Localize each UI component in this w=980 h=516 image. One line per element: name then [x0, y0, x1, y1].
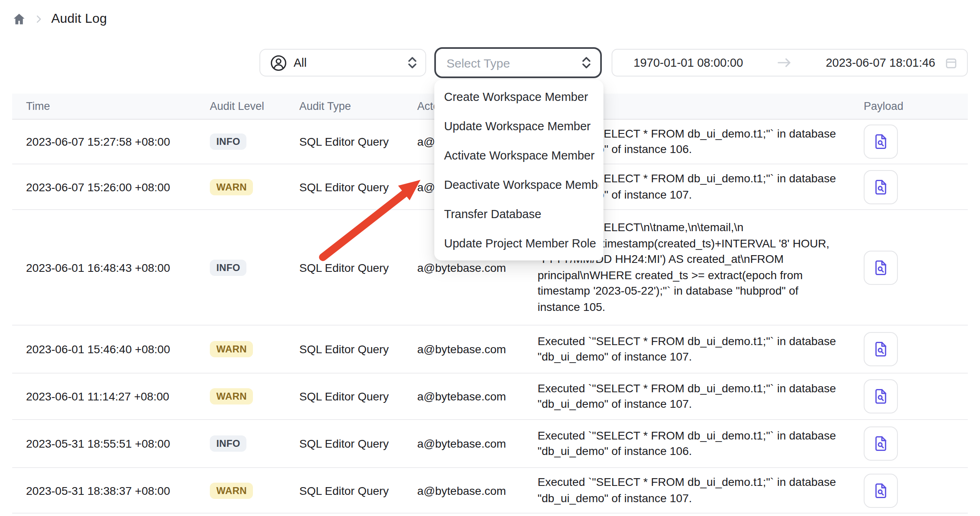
type-select-dropdown: Create Workspace Member Update Workspace… — [434, 80, 603, 260]
dropdown-option[interactable]: Create Workspace Member — [434, 82, 599, 112]
time-cell: 2023-05-31 18:38:37 +08:00 — [12, 484, 210, 497]
view-payload-button[interactable] — [864, 170, 898, 204]
date-range-picker[interactable]: 1970-01-01 08:00:00 2023-06-07 18:01:46 — [612, 49, 968, 77]
col-header-audit-level: Audit Level — [210, 100, 299, 112]
dropdown-option[interactable]: Transfer Database — [434, 199, 599, 229]
audit-level-badge: INFO — [210, 259, 247, 275]
table-row: 2023-05-31 18:38:37 +08:00 WARN SQL Edit… — [12, 468, 968, 514]
arrow-right-icon — [777, 58, 791, 68]
view-payload-button[interactable] — [864, 332, 898, 366]
actor-filter-select[interactable]: All — [259, 49, 426, 77]
time-cell: 2023-06-01 16:48:43 +08:00 — [12, 261, 210, 274]
comment-cell: Executed `"SELECT * FROM db_ui_demo.t1;"… — [538, 474, 848, 506]
actor-cell: a@bytebase.com — [417, 437, 538, 450]
audit-level-badge: INFO — [210, 435, 247, 452]
dropdown-option[interactable]: Update Project Member Role — [434, 229, 599, 258]
audit-level-badge: WARN — [210, 179, 253, 195]
audit-level-badge: WARN — [210, 341, 253, 357]
view-payload-button[interactable] — [864, 473, 898, 507]
time-cell: 2023-06-01 15:46:40 +08:00 — [12, 343, 210, 356]
audit-type-cell: SQL Editor Query — [299, 437, 417, 450]
audit-type-cell: SQL Editor Query — [299, 135, 417, 148]
type-filter-select[interactable]: Select Type — [434, 47, 602, 78]
comment-cell: Executed `"SELECT * FROM db_ui_demo.t1;"… — [538, 333, 848, 365]
view-payload-button[interactable] — [864, 125, 898, 159]
col-header-time: Time — [12, 100, 210, 112]
date-range-start: 1970-01-01 08:00:00 — [634, 56, 743, 69]
actor-cell: a@bytebase.com — [417, 343, 538, 356]
date-range-end: 2023-06-07 18:01:46 — [826, 56, 935, 69]
audit-log-page: Audit Log All Select Type 1970-01-01 08:… — [0, 0, 980, 516]
time-cell: 2023-06-07 15:26:00 +08:00 — [12, 180, 210, 193]
chevron-up-down-icon — [407, 56, 417, 69]
table-row: 2023-06-01 11:14:27 +08:00 WARN SQL Edit… — [12, 374, 968, 420]
audit-type-cell: SQL Editor Query — [299, 261, 417, 274]
audit-level-badge: WARN — [210, 482, 253, 499]
person-circle-icon — [270, 54, 287, 71]
chevron-up-down-icon — [581, 56, 591, 69]
page-title: Audit Log — [51, 11, 107, 26]
time-cell: 2023-06-07 15:27:58 +08:00 — [12, 135, 210, 148]
dropdown-option[interactable]: Deactivate Workspace Member — [434, 170, 599, 199]
dropdown-option[interactable]: Activate Workspace Member — [434, 141, 599, 170]
view-payload-button[interactable] — [864, 426, 898, 461]
audit-type-cell: SQL Editor Query — [299, 390, 417, 403]
audit-level-badge: WARN — [210, 388, 253, 404]
view-payload-button[interactable] — [864, 250, 898, 284]
col-header-audit-type: Audit Type — [299, 100, 417, 112]
time-cell: 2023-06-01 11:14:27 +08:00 — [12, 390, 210, 403]
breadcrumb: Audit Log — [12, 10, 107, 28]
actor-cell: a@bytebase.com — [417, 484, 538, 497]
time-cell: 2023-05-31 18:55:51 +08:00 — [12, 437, 210, 450]
actor-filter-value: All — [294, 56, 401, 69]
comment-cell: Executed `"SELECT * FROM db_ui_demo.t1;"… — [538, 428, 848, 459]
home-icon[interactable] — [12, 12, 26, 26]
chevron-right-icon — [33, 13, 44, 24]
actor-cell: a@bytebase.com — [417, 261, 538, 274]
dropdown-option[interactable]: Update Workspace Member — [434, 112, 599, 141]
table-row: 2023-06-01 15:46:40 +08:00 WARN SQL Edit… — [12, 326, 968, 374]
comment-cell: Executed `"SELECT * FROM db_ui_demo.t1;"… — [538, 380, 848, 412]
audit-type-cell: SQL Editor Query — [299, 180, 417, 193]
view-payload-button[interactable] — [864, 379, 898, 413]
audit-type-cell: SQL Editor Query — [299, 484, 417, 497]
table-row: 2023-05-31 18:55:51 +08:00 INFO SQL Edit… — [12, 420, 968, 468]
col-header-payload: Payload — [848, 100, 954, 112]
calendar-icon — [945, 57, 957, 69]
actor-cell: a@bytebase.com — [417, 390, 538, 403]
audit-type-cell: SQL Editor Query — [299, 343, 417, 356]
audit-level-badge: INFO — [210, 133, 247, 150]
type-filter-placeholder: Select Type — [446, 56, 581, 70]
